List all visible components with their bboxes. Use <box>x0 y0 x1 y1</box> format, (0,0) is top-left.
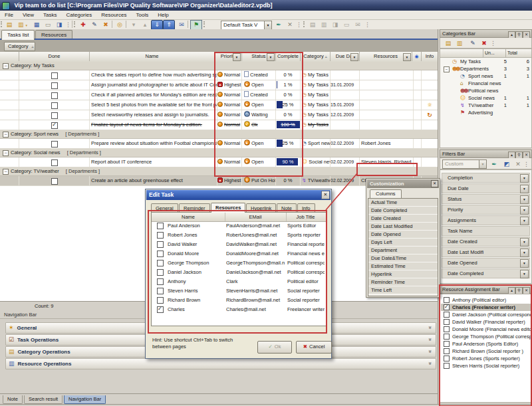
dock-tab[interactable]: Search result <box>24 395 63 404</box>
resource-checkbox[interactable] <box>157 232 164 239</box>
combo-arrow-icon[interactable]: ▾ <box>264 21 271 29</box>
open-database-icon[interactable]: ▥ ▾ <box>15 20 31 30</box>
table-row[interactable]: − Assign journalist and photographer to … <box>0 80 438 90</box>
resource-checkbox[interactable] <box>444 312 450 318</box>
resource-checkbox[interactable] <box>444 334 450 340</box>
filter-dropdown-icon[interactable]: ▾ <box>520 270 529 278</box>
resource-checkbox[interactable] <box>157 288 164 294</box>
save-database-icon[interactable]: ▦ <box>31 20 43 30</box>
resource-checkbox[interactable] <box>444 326 450 332</box>
column-header-due-date[interactable]: Due Dat▾ <box>331 52 360 61</box>
tree-expand-icon[interactable]: − <box>444 66 450 72</box>
save-view-icon[interactable]: ✒ <box>273 20 285 30</box>
group-collapse-icon[interactable]: − <box>3 150 9 156</box>
combo-arrow-icon[interactable]: ▾ <box>479 160 486 168</box>
resource-checkbox[interactable] <box>444 363 450 369</box>
window-titlebar[interactable]: Vip team to do list [C:\Program Files\VI… <box>0 0 532 11</box>
column-header-category[interactable]: Category▵ <box>301 52 331 61</box>
resource-checkbox[interactable] <box>444 341 450 347</box>
category-tree-item[interactable]: Financial news <box>440 80 531 87</box>
toolbar-overflow-icon[interactable]: ⋮ <box>523 159 529 169</box>
resource-table-row[interactable]: Daniel Jackson DanielJackson@mail.net Po… <box>152 268 326 277</box>
navigation-section[interactable]: Resource Operations » <box>5 358 436 369</box>
export-tasks-icon[interactable]: ◨ <box>329 20 341 30</box>
customization-column-item[interactable]: Date Completed <box>368 207 438 215</box>
status-filter-dropdown-icon[interactable]: ▾ <box>267 53 275 61</box>
resource-list-item[interactable]: David Walker (Financial reporter) <box>441 318 531 326</box>
customization-title[interactable]: Customization <box>367 179 439 188</box>
menu-item[interactable]: Categories <box>62 11 97 19</box>
dialog-close-icon[interactable]: ✕ <box>321 191 330 199</box>
resource-list-item[interactable]: Richard Brown (Social reporter ) <box>441 348 531 355</box>
email-tasks-icon[interactable]: ✉ <box>352 20 364 30</box>
category-tree-item[interactable]: − Departments 3 3 <box>440 65 531 72</box>
cancel-button[interactable]: ✖Cancel <box>296 341 332 354</box>
dialog-tab[interactable]: Note <box>277 203 297 213</box>
resource-checkbox[interactable] <box>157 251 164 257</box>
customization-column-item[interactable]: Date Last Modified <box>368 223 438 231</box>
toolbar-overflow-icon[interactable]: ⋮ <box>65 20 71 30</box>
group-collapse-icon[interactable]: − <box>3 63 9 69</box>
resource-table-row[interactable]: David Walker DavidWalker@mail.net Financ… <box>152 240 326 249</box>
customization-tab-columns[interactable]: Columns <box>370 189 402 198</box>
column-header-total[interactable]: Total <box>505 49 531 57</box>
dock-tab[interactable]: Navigation Bar <box>64 395 106 404</box>
resource-list-item[interactable]: Anthony (Political editor) <box>441 296 531 304</box>
customization-column-item[interactable]: Hyperlink <box>368 270 438 278</box>
task-view-combo[interactable]: Default Task V ▾ <box>221 21 272 30</box>
resource-checkbox[interactable] <box>157 306 164 313</box>
resource-list-item[interactable]: Robert Jones (Sports reporter) <box>441 355 531 362</box>
category-tree-item[interactable]: Sport news 1 1 <box>440 72 531 80</box>
done-checkbox[interactable] <box>51 112 58 119</box>
resource-checkbox[interactable] <box>444 304 450 310</box>
column-header-priority[interactable]: Priority▾ <box>215 52 242 61</box>
toolbar-overflow-icon[interactable]: ⋮ <box>489 39 496 49</box>
category-tree-item[interactable]: Social news 1 1 <box>440 94 531 102</box>
resource-list-item[interactable]: Charles (Freelancer writer) <box>441 304 531 311</box>
report-preview-icon[interactable]: ◨ <box>53 20 65 30</box>
table-row[interactable]: − Report about IT conference Normal Open… <box>0 157 438 167</box>
done-checkbox[interactable] <box>51 178 58 185</box>
table-row[interactable]: − Finalize layout of news items for Mond… <box>0 120 438 130</box>
table-row[interactable]: − Category: Sport news[ Departments ] <box>0 130 438 139</box>
toolbar-overflow-icon[interactable]: ⋮ <box>295 20 302 30</box>
customization-column-item[interactable]: Days Left <box>368 239 438 247</box>
filter-dropdown-icon[interactable]: ▾ <box>520 206 529 215</box>
resource-bar-caption[interactable]: Resource Assignment Bar ▴ ⚲ ✕ <box>440 285 532 294</box>
filter-dropdown-icon[interactable]: ▾ <box>520 238 529 247</box>
reminder-column-icon[interactable]: ◉ <box>412 52 422 61</box>
resources-filter-dropdown-icon[interactable]: ▾ <box>403 53 411 61</box>
done-checkbox[interactable] <box>51 92 58 99</box>
print-tasks-icon[interactable]: ▭ <box>340 20 352 30</box>
filter-dropdown-icon[interactable]: ▾ <box>520 185 529 193</box>
resource-checkbox[interactable] <box>444 297 450 303</box>
resource-checkbox[interactable] <box>444 348 450 354</box>
navigation-flag-icon[interactable]: ⚑ <box>190 20 202 30</box>
group-by-chip[interactable]: Category ▵ <box>4 42 35 51</box>
category-tree-item[interactable]: My Tasks 5 6 <box>440 58 531 65</box>
customization-column-item[interactable]: Time Left <box>368 286 438 294</box>
dock-tab[interactable]: Note <box>3 395 23 404</box>
dialog-tab[interactable]: Info <box>297 203 315 213</box>
filters-bar-caption[interactable]: Filters Bar ▴ ⚲ ✕ <box>440 150 532 158</box>
done-checkbox[interactable] <box>51 72 58 79</box>
table-row[interactable]: − Check the sales report to define how m… <box>0 70 438 80</box>
customization-column-item[interactable]: Date Created <box>368 215 438 223</box>
table-row[interactable]: − Select 5 best photos from the availabl… <box>0 100 438 110</box>
add-task-icon[interactable]: ✚ <box>77 20 89 30</box>
category-tree-item[interactable]: TV/weather 1 1 <box>440 102 531 109</box>
delete-view-icon[interactable]: ✕ <box>284 20 296 30</box>
resource-checkbox[interactable] <box>157 260 164 266</box>
filter-dropdown-icon[interactable]: ▾ <box>520 195 529 204</box>
done-checkbox[interactable] <box>51 82 58 89</box>
column-header-status[interactable]: Status▾ <box>242 52 276 61</box>
table-row[interactable]: − Check if all planned articles for Mond… <box>0 90 438 100</box>
resource-table-row[interactable]: Robert Jones RobertJones@mail.net Sports… <box>152 231 326 240</box>
clear-filter-icon[interactable]: ◩ <box>501 159 513 169</box>
resource-list-item[interactable]: George Thompson (Political correspondent… <box>441 333 531 340</box>
filter-preset-combo[interactable]: Custom ▾ <box>442 159 487 169</box>
column-header-resources[interactable]: Resources▾ <box>360 52 412 61</box>
send-email-icon[interactable]: ✉ <box>176 20 188 30</box>
chevron-expand-icon[interactable]: » <box>426 350 435 354</box>
filter-dropdown-icon[interactable]: ▾ <box>520 259 529 268</box>
